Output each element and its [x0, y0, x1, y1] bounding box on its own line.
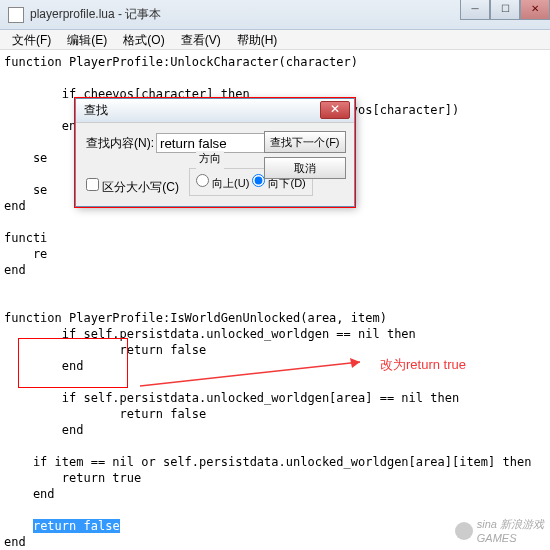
window-controls: ─ ☐ ✕: [460, 0, 550, 20]
maximize-button[interactable]: ☐: [490, 0, 520, 20]
window-titlebar: playerprofile.lua - 记事本 ─ ☐ ✕: [0, 0, 550, 30]
window-title: playerprofile.lua - 记事本: [30, 6, 161, 23]
watermark-text: 新浪游戏: [500, 518, 544, 530]
watermark-sub: GAMES: [477, 532, 517, 544]
annotation-label: 改为return true: [380, 356, 466, 374]
menu-help[interactable]: 帮助(H): [229, 30, 286, 49]
find-dialog-close-button[interactable]: ✕: [320, 101, 350, 119]
menu-format[interactable]: 格式(O): [115, 30, 172, 49]
direction-group-title: 方向: [196, 151, 224, 166]
radio-up[interactable]: [196, 174, 209, 187]
menu-view[interactable]: 查看(V): [173, 30, 229, 49]
notepad-icon: [8, 7, 24, 23]
find-label: 查找内容(N):: [86, 135, 156, 152]
radio-up-label[interactable]: 向上(U): [196, 177, 249, 189]
highlight-box: [18, 338, 128, 388]
selected-text: return false: [33, 519, 120, 533]
find-next-button[interactable]: 查找下一个(F): [264, 131, 346, 153]
code-after: end function PlayerProfile:UnlockWorldGe…: [4, 535, 459, 550]
menu-bar: 文件(F) 编辑(E) 格式(O) 查看(V) 帮助(H): [0, 30, 550, 50]
case-checkbox[interactable]: [86, 178, 99, 191]
close-button[interactable]: ✕: [520, 0, 550, 20]
menu-file[interactable]: 文件(F): [4, 30, 59, 49]
find-dialog-titlebar[interactable]: 查找 ✕: [76, 99, 354, 123]
watermark-brand: sina: [477, 518, 497, 530]
menu-edit[interactable]: 编辑(E): [59, 30, 115, 49]
watermark: sina 新浪游戏 GAMES: [455, 517, 544, 544]
cancel-button[interactable]: 取消: [264, 157, 346, 179]
case-checkbox-label[interactable]: 区分大小写(C): [86, 178, 179, 196]
find-input[interactable]: [156, 133, 266, 153]
find-dialog-title-text: 查找: [84, 102, 108, 119]
minimize-button[interactable]: ─: [460, 0, 490, 20]
find-dialog: 查找 ✕ 查找内容(N): 查找下一个(F) 取消 区分大小写(C) 方向 向上…: [75, 98, 355, 207]
sina-logo-icon: [455, 522, 473, 540]
